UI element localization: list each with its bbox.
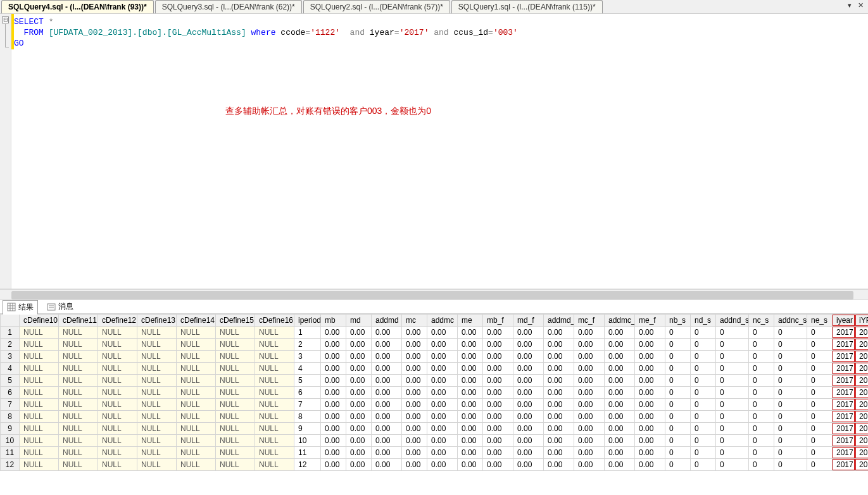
cell-cDefine10[interactable]: NULL: [20, 351, 59, 363]
cell-cDefine16[interactable]: NULL: [255, 435, 294, 447]
cell-ne_s[interactable]: 0: [807, 399, 833, 411]
cell-mc[interactable]: 0.00: [402, 375, 427, 387]
col-header-nc_s[interactable]: nc_s: [749, 315, 774, 327]
cell-mb_f[interactable]: 0.00: [483, 351, 513, 363]
cell-cDefine10[interactable]: NULL: [20, 387, 59, 399]
col-header-cDefine12[interactable]: cDefine12: [98, 315, 137, 327]
cell-cDefine14[interactable]: NULL: [177, 435, 216, 447]
cell-nc_s[interactable]: 0: [749, 447, 774, 459]
cell-me_f[interactable]: 0.00: [635, 363, 665, 375]
cell-nb_s[interactable]: 0: [665, 411, 691, 423]
cell-me_f[interactable]: 0.00: [635, 351, 665, 363]
cell-addmd[interactable]: 0.00: [372, 435, 402, 447]
cell-addmc[interactable]: 0.00: [427, 387, 458, 399]
rownum-cell[interactable]: 8: [1, 411, 20, 423]
tab-sqlquery3[interactable]: SQLQuery3.sql - (l...(DEAN\frank (62))*: [155, 0, 302, 13]
cell-cDefine14[interactable]: NULL: [177, 459, 216, 471]
cell-addmc[interactable]: 0.00: [427, 435, 458, 447]
cell-addnd_s[interactable]: 0: [716, 327, 749, 339]
cell-cDefine10[interactable]: NULL: [20, 423, 59, 435]
cell-mb_f[interactable]: 0.00: [483, 363, 513, 375]
cell-md_f[interactable]: 0.00: [513, 339, 544, 351]
cell-addnc_s[interactable]: 0: [774, 447, 807, 459]
cell-me_f[interactable]: 0.00: [635, 459, 665, 471]
col-header-addnc_s[interactable]: addnc_s: [774, 315, 807, 327]
cell-iyear[interactable]: 2017: [833, 423, 855, 435]
table-row[interactable]: 6NULLNULLNULLNULLNULLNULLNULL60.000.000.…: [1, 387, 869, 399]
cell-cDefine13[interactable]: NULL: [137, 435, 177, 447]
cell-nc_s[interactable]: 0: [749, 423, 774, 435]
cell-cDefine15[interactable]: NULL: [216, 411, 255, 423]
cell-md[interactable]: 0.00: [346, 459, 372, 471]
cell-nb_s[interactable]: 0: [665, 459, 691, 471]
table-row[interactable]: 8NULLNULLNULLNULLNULLNULLNULL80.000.000.…: [1, 411, 869, 423]
cell-cDefine10[interactable]: NULL: [20, 339, 59, 351]
cell-md_f[interactable]: 0.00: [513, 399, 544, 411]
cell-addmc[interactable]: 0.00: [427, 375, 458, 387]
cell-cDefine16[interactable]: NULL: [255, 387, 294, 399]
cell-iperiod[interactable]: 1: [294, 327, 321, 339]
cell-cDefine15[interactable]: NULL: [216, 375, 255, 387]
cell-cDefine10[interactable]: NULL: [20, 459, 59, 471]
cell-cDefine10[interactable]: NULL: [20, 411, 59, 423]
cell-cDefine11[interactable]: NULL: [59, 327, 98, 339]
cell-mc[interactable]: 0.00: [402, 435, 427, 447]
cell-cDefine11[interactable]: NULL: [59, 339, 98, 351]
cell-addmd_f[interactable]: 0.00: [544, 411, 574, 423]
cell-iYPeriod[interactable]: 201712: [855, 459, 869, 471]
cell-addnd_s[interactable]: 0: [716, 459, 749, 471]
cell-iyear[interactable]: 2017: [833, 375, 855, 387]
col-header-addmc[interactable]: addmc: [427, 315, 458, 327]
cell-me[interactable]: 0.00: [458, 375, 483, 387]
cell-iperiod[interactable]: 3: [294, 351, 321, 363]
rownum-cell[interactable]: 9: [1, 423, 20, 435]
cell-addnc_s[interactable]: 0: [774, 351, 807, 363]
cell-cDefine11[interactable]: NULL: [59, 399, 98, 411]
cell-iyear[interactable]: 2017: [833, 435, 855, 447]
cell-cDefine12[interactable]: NULL: [98, 399, 137, 411]
cell-iyear[interactable]: 2017: [833, 363, 855, 375]
cell-ne_s[interactable]: 0: [807, 435, 833, 447]
cell-me[interactable]: 0.00: [458, 423, 483, 435]
cell-md[interactable]: 0.00: [346, 435, 372, 447]
cell-cDefine15[interactable]: NULL: [216, 351, 255, 363]
cell-addnc_s[interactable]: 0: [774, 375, 807, 387]
cell-cDefine16[interactable]: NULL: [255, 411, 294, 423]
cell-mc_f[interactable]: 0.00: [574, 399, 605, 411]
cell-nb_s[interactable]: 0: [665, 339, 691, 351]
table-row[interactable]: 2NULLNULLNULLNULLNULLNULLNULL20.000.000.…: [1, 339, 869, 351]
cell-cDefine10[interactable]: NULL: [20, 399, 59, 411]
cell-iYPeriod[interactable]: 201702: [855, 339, 869, 351]
cell-nb_s[interactable]: 0: [665, 327, 691, 339]
cell-iperiod[interactable]: 5: [294, 375, 321, 387]
col-header-me[interactable]: me: [458, 315, 483, 327]
cell-cDefine16[interactable]: NULL: [255, 399, 294, 411]
cell-me[interactable]: 0.00: [458, 351, 483, 363]
cell-cDefine15[interactable]: NULL: [216, 327, 255, 339]
cell-cDefine13[interactable]: NULL: [137, 327, 177, 339]
tab-dropdown-icon[interactable]: ▾: [846, 1, 853, 9]
cell-nc_s[interactable]: 0: [749, 363, 774, 375]
cell-mb[interactable]: 0.00: [321, 351, 346, 363]
cell-iYPeriod[interactable]: 201701: [855, 327, 869, 339]
cell-md[interactable]: 0.00: [346, 399, 372, 411]
cell-cDefine16[interactable]: NULL: [255, 459, 294, 471]
cell-ne_s[interactable]: 0: [807, 387, 833, 399]
table-row[interactable]: 1NULLNULLNULLNULLNULLNULLNULL10.000.000.…: [1, 327, 869, 339]
cell-addmc[interactable]: 0.00: [427, 459, 458, 471]
cell-mc[interactable]: 0.00: [402, 339, 427, 351]
cell-me[interactable]: 0.00: [458, 363, 483, 375]
cell-ne_s[interactable]: 0: [807, 459, 833, 471]
rownum-cell[interactable]: 6: [1, 387, 20, 399]
cell-nd_s[interactable]: 0: [691, 411, 716, 423]
cell-iperiod[interactable]: 2: [294, 339, 321, 351]
cell-nb_s[interactable]: 0: [665, 363, 691, 375]
cell-cDefine16[interactable]: NULL: [255, 351, 294, 363]
col-header-cDefine11[interactable]: cDefine11: [59, 315, 98, 327]
cell-md_f[interactable]: 0.00: [513, 351, 544, 363]
cell-nd_s[interactable]: 0: [691, 459, 716, 471]
cell-addmd[interactable]: 0.00: [372, 399, 402, 411]
table-row[interactable]: 11NULLNULLNULLNULLNULLNULLNULL110.000.00…: [1, 447, 869, 459]
cell-cDefine12[interactable]: NULL: [98, 447, 137, 459]
cell-ne_s[interactable]: 0: [807, 447, 833, 459]
